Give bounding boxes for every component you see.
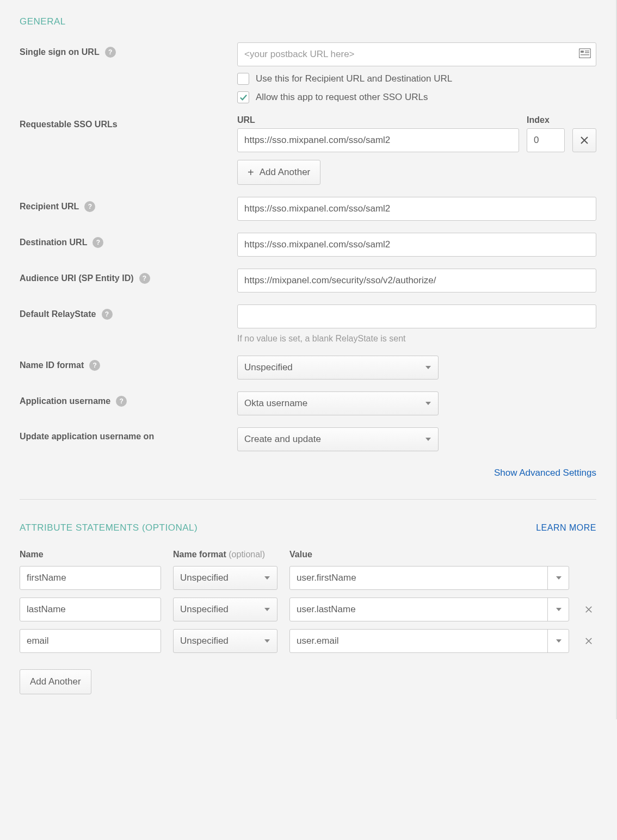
help-icon[interactable]: ? (84, 201, 95, 212)
relay-state-hint: If no value is set, a blank RelayState i… (237, 334, 596, 344)
svg-rect-0 (579, 49, 591, 58)
close-icon (585, 606, 593, 613)
attribute-row: Unspecified (20, 598, 596, 621)
plus-icon: + (248, 167, 254, 178)
destination-url-input[interactable] (237, 233, 596, 257)
close-icon (580, 136, 589, 145)
allow-other-sso-checkbox[interactable] (237, 91, 249, 103)
close-icon (585, 637, 593, 645)
attr-name-input[interactable] (20, 629, 161, 653)
requestable-sso-row (237, 128, 596, 152)
svg-rect-4 (585, 52, 589, 53)
recipient-url-input[interactable] (237, 197, 596, 221)
attr-col-value: Value (289, 550, 569, 559)
application-username-label: Application username (20, 396, 110, 406)
sso-url-input[interactable] (237, 42, 596, 66)
nameid-format-select[interactable]: Unspecified (237, 356, 439, 379)
req-url-header: URL (237, 115, 519, 125)
destination-url-label: Destination URL (20, 238, 87, 247)
contact-card-icon[interactable] (579, 48, 591, 60)
svg-rect-2 (581, 54, 589, 55)
remove-attribute-button[interactable] (581, 603, 596, 616)
help-icon[interactable]: ? (139, 273, 150, 284)
sso-url-label: Single sign on URL (20, 47, 100, 57)
req-index-header: Index (527, 115, 565, 125)
attr-format-select[interactable]: Unspecified (173, 598, 277, 621)
attr-col-name: Name (20, 550, 161, 559)
nameid-format-label: Name ID format (20, 360, 84, 370)
attr-name-input[interactable] (20, 566, 161, 590)
add-attribute-button[interactable]: Add Another (20, 669, 91, 694)
section-divider (20, 499, 596, 500)
attr-value-input[interactable] (289, 598, 569, 621)
requestable-sso-label: Requestable SSO URLs (20, 120, 118, 129)
help-icon[interactable]: ? (102, 309, 113, 320)
remove-sso-url-button[interactable] (572, 128, 596, 152)
audience-uri-input[interactable] (237, 269, 596, 293)
remove-attribute-button[interactable] (581, 635, 596, 648)
svg-rect-3 (585, 51, 589, 52)
attr-format-select[interactable]: Unspecified (173, 629, 277, 653)
update-username-select[interactable]: Create and update (237, 427, 439, 451)
relay-state-input[interactable] (237, 304, 596, 328)
show-advanced-settings-link[interactable]: Show Advanced Settings (20, 468, 596, 478)
section-general-title: GENERAL (20, 16, 596, 27)
help-icon[interactable]: ? (105, 47, 116, 58)
attr-value-dropdown-button[interactable] (547, 629, 569, 653)
recipient-url-label: Recipient URL (20, 202, 79, 211)
add-sso-url-button[interactable]: + Add Another (237, 160, 320, 185)
req-index-input[interactable] (527, 128, 565, 152)
audience-uri-label: Audience URI (SP Entity ID) (20, 273, 134, 283)
attr-format-select[interactable]: Unspecified (173, 566, 277, 590)
attr-col-format: Name format (173, 550, 226, 559)
relay-state-label: Default RelayState (20, 309, 96, 319)
attr-name-input[interactable] (20, 598, 161, 621)
allow-other-sso-label: Allow this app to request other SSO URLs (256, 92, 428, 103)
attr-value-input[interactable] (289, 566, 569, 590)
attr-value-input[interactable] (289, 629, 569, 653)
update-username-label: Update application username on (20, 432, 154, 441)
help-icon[interactable]: ? (89, 360, 100, 371)
use-for-recipient-destination-label: Use this for Recipient URL and Destinati… (256, 73, 452, 84)
attr-col-format-optional: (optional) (229, 550, 265, 559)
attr-value-dropdown-button[interactable] (547, 566, 569, 590)
svg-rect-1 (581, 51, 584, 53)
attribute-row: Unspecified (20, 629, 596, 653)
application-username-select[interactable]: Okta username (237, 391, 439, 415)
attribute-row: Unspecified (20, 566, 596, 590)
help-icon[interactable]: ? (116, 396, 127, 407)
attr-value-dropdown-button[interactable] (547, 598, 569, 621)
use-for-recipient-destination-checkbox[interactable] (237, 73, 249, 85)
help-icon[interactable]: ? (92, 237, 103, 248)
req-url-input[interactable] (237, 128, 519, 152)
learn-more-link[interactable]: LEARN MORE (536, 523, 596, 533)
section-attributes-title: ATTRIBUTE STATEMENTS (OPTIONAL) (20, 522, 198, 533)
